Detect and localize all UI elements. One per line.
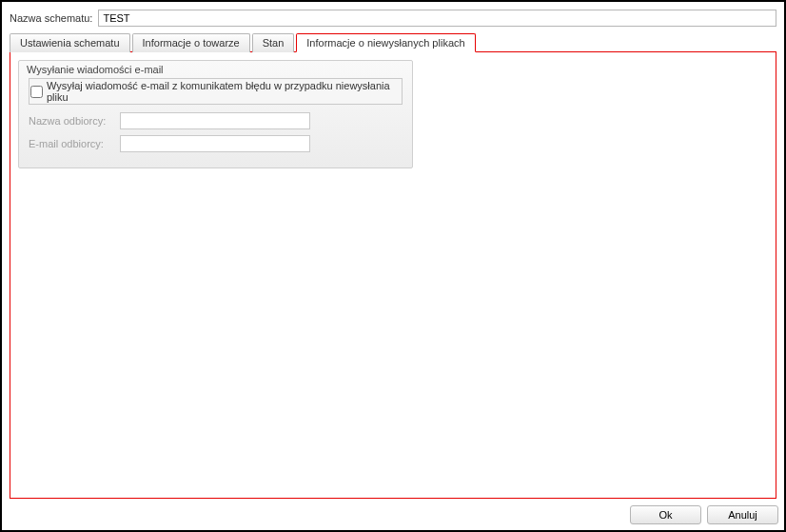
recipient-name-row: Nazwa odbiorcy: — [29, 112, 403, 129]
recipient-email-row: E-mail odbiorcy: — [29, 135, 403, 152]
schema-name-input[interactable] — [98, 10, 776, 27]
tab-unsent-files-info[interactable]: Informacje o niewysłanych plikach — [296, 33, 475, 52]
schema-name-label: Nazwa schematu: — [10, 12, 92, 24]
tabs-container: Ustawienia schematu Informacje o towarze… — [10, 32, 776, 499]
footer-buttons: Ok Anuluj — [630, 505, 778, 524]
tab-schema-settings[interactable]: Ustawienia schematu — [10, 33, 130, 52]
email-group-legend: Wysyłanie wiadomości e-mail — [27, 64, 164, 75]
ok-button[interactable]: Ok — [630, 505, 701, 524]
recipient-email-label: E-mail odbiorcy: — [29, 138, 114, 149]
schema-name-row: Nazwa schematu: — [10, 10, 776, 27]
email-sending-group: Wysyłanie wiadomości e-mail Wysyłaj wiad… — [18, 60, 413, 168]
cancel-button[interactable]: Anuluj — [707, 505, 778, 524]
recipient-name-label: Nazwa odbiorcy: — [29, 115, 114, 127]
tabs: Ustawienia schematu Informacje o towarze… — [10, 32, 776, 51]
send-error-email-row: Wysyłaj wiadomość e-mail z komunikatem b… — [29, 78, 403, 105]
tab-content: Wysyłanie wiadomości e-mail Wysyłaj wiad… — [10, 51, 776, 499]
send-error-email-label: Wysyłaj wiadomość e-mail z komunikatem b… — [47, 80, 399, 103]
send-error-email-checkbox[interactable] — [30, 86, 43, 98]
recipient-name-input[interactable] — [120, 112, 310, 129]
recipient-email-input[interactable] — [120, 135, 310, 152]
tab-status[interactable]: Stan — [252, 33, 295, 52]
tab-product-info[interactable]: Informacje o towarze — [132, 33, 250, 52]
